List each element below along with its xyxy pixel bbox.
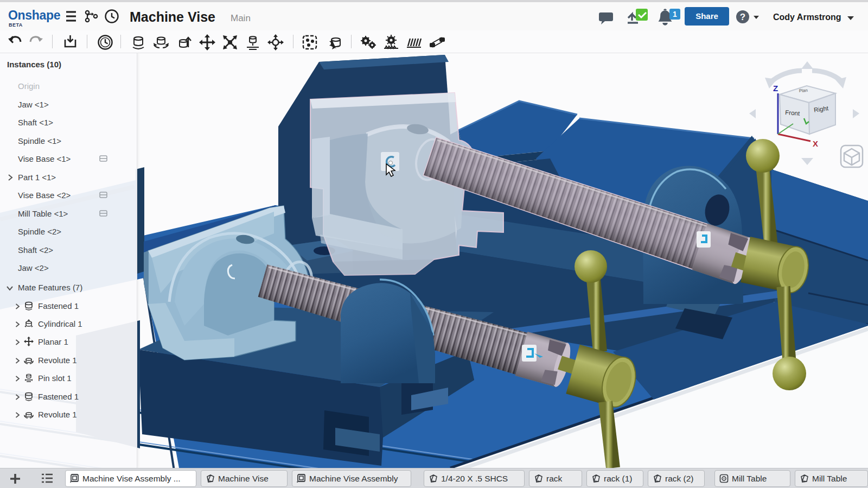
svg-text:X: X <box>813 139 818 148</box>
svg-text:Front: Front <box>785 109 800 117</box>
svg-text:?: ? <box>740 12 745 22</box>
svg-text:1: 1 <box>673 10 677 18</box>
svg-text:Plan: Plan <box>799 88 808 93</box>
svg-text:Z: Z <box>773 84 778 93</box>
